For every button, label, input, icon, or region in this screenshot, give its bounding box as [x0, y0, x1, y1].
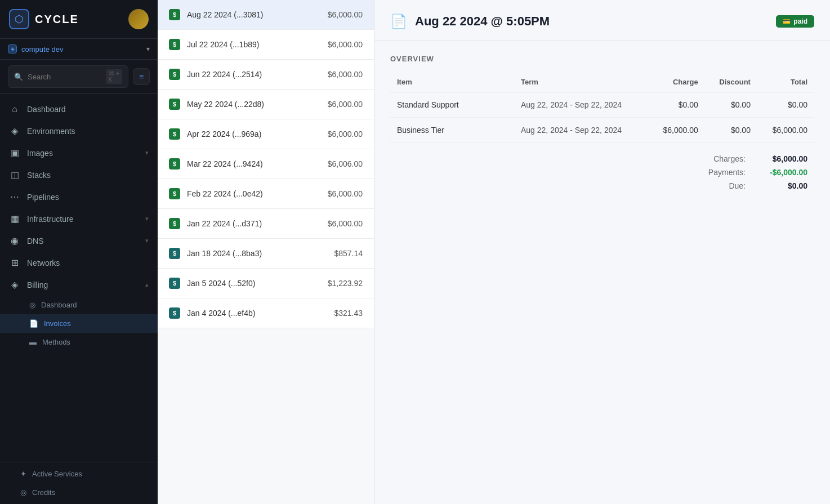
col-header-charge: Charge — [648, 73, 705, 92]
nav-label-networks: Networks — [27, 258, 149, 267]
invoice-list-item[interactable]: $ Jan 5 2024 (...52f0) $1,223.92 — [158, 269, 374, 298]
invoice-type-icon: $ — [169, 188, 180, 199]
invoice-name: Apr 22 2024 (...969a) — [187, 130, 321, 139]
invoice-amount: $6,000.00 — [328, 100, 363, 109]
col-header-total: Total — [757, 73, 814, 92]
sidebar-header: ⬡ CYCLE — [0, 0, 158, 39]
charges-row: Charges: $6,000.00 — [713, 154, 807, 163]
networks-icon: ⊞ — [9, 257, 20, 268]
nav-label-pipelines: Pipelines — [27, 193, 149, 202]
invoice-list-item[interactable]: $ Apr 22 2024 (...969a) $6,000.00 — [158, 119, 374, 149]
sidebar-item-methods[interactable]: ▬ Methods — [0, 333, 158, 351]
logo-area: ⬡ CYCLE — [9, 9, 79, 29]
payments-value: -$6,000.00 — [757, 168, 807, 177]
app-title: CYCLE — [35, 13, 79, 26]
pipelines-icon: ⋯ — [9, 191, 20, 202]
paid-badge-label: paid — [793, 17, 807, 25]
cell-total: $0.00 — [757, 92, 814, 118]
sidebar-item-credits[interactable]: ◎ Credits — [0, 483, 158, 502]
stacks-icon: ◫ — [9, 170, 20, 180]
invoice-list-item[interactable]: $ Jan 4 2024 (...ef4b) $321.43 — [158, 298, 374, 328]
methods-icon: ▬ — [29, 338, 37, 346]
detail-body: OVERVIEW Item Term Charge Discount Total… — [374, 41, 830, 204]
invoice-list-item[interactable]: $ Jul 22 2024 (...1b89) $6,000.00 — [158, 30, 374, 60]
infrastructure-chevron-icon: ▾ — [145, 215, 149, 222]
workspace-icon: ◈ — [8, 44, 17, 53]
invoices-icon: 📄 — [29, 319, 38, 328]
main-content: $ Aug 22 2024 (...3081) $6,000.00 $ Jul … — [158, 0, 830, 504]
invoice-name: Jan 22 2024 (...d371) — [187, 219, 321, 228]
nav-label-credits: Credits — [32, 488, 55, 497]
invoice-amount: $321.43 — [334, 309, 363, 318]
credits-icon: ◎ — [20, 488, 26, 497]
invoice-list: $ Aug 22 2024 (...3081) $6,000.00 $ Jul … — [158, 0, 374, 504]
overview-table: Item Term Charge Discount Total Standard… — [390, 73, 814, 143]
nav-label-infrastructure: Infrastructure — [27, 215, 139, 224]
billing-chevron-icon: ▴ — [145, 281, 149, 288]
dashboard-icon: ⌂ — [9, 104, 20, 114]
sidebar-item-invoices[interactable]: 📄 Invoices — [0, 314, 158, 333]
workspace-selector[interactable]: ◈ compute dev ▾ — [0, 39, 158, 60]
invoice-list-item[interactable]: $ Jun 22 2024 (...2514) $6,000.00 — [158, 60, 374, 90]
sidebar-item-pipelines[interactable]: ⋯ Pipelines — [0, 186, 158, 208]
sidebar-item-stacks[interactable]: ◫ Stacks — [0, 164, 158, 186]
billing-dashboard-icon: ◎ — [29, 301, 35, 309]
sidebar-item-infrastructure[interactable]: ▦ Infrastructure ▾ — [0, 208, 158, 230]
workspace-name: ◈ compute dev — [8, 44, 63, 53]
invoice-list-item[interactable]: $ Jan 18 2024 (...8ba3) $857.14 — [158, 239, 374, 269]
nav-label-billing-dashboard: Dashboard — [41, 301, 77, 309]
invoice-type-icon: $ — [169, 128, 180, 140]
sidebar-item-billing[interactable]: ◈ Billing ▴ — [0, 274, 158, 296]
cell-term: Aug 22, 2024 - Sep 22, 2024 — [514, 92, 648, 118]
filter-button[interactable]: ≡ — [133, 68, 150, 85]
detail-title: Aug 22 2024 @ 5:05PM — [415, 14, 768, 29]
invoice-list-item[interactable]: $ Aug 22 2024 (...3081) $6,000.00 — [158, 0, 374, 30]
sidebar-item-active-services[interactable]: ✦ Active Services — [0, 465, 158, 483]
invoice-list-item[interactable]: $ Jan 22 2024 (...d371) $6,000.00 — [158, 209, 374, 239]
logo-icon: ⬡ — [9, 9, 29, 29]
cell-item: Business Tier — [390, 118, 514, 143]
sidebar-item-images[interactable]: ▣ Images ▾ — [0, 142, 158, 164]
nav-label-active-services: Active Services — [32, 470, 82, 478]
sidebar-item-networks[interactable]: ⊞ Networks — [0, 252, 158, 274]
sidebar-item-dns[interactable]: ◉ DNS ▾ — [0, 230, 158, 252]
sidebar-item-dashboard[interactable]: ⌂ Dashboard — [0, 99, 158, 120]
paid-badge: 💳 paid — [776, 15, 814, 28]
payments-label: Payments: — [708, 168, 746, 177]
invoice-amount: $1,223.92 — [328, 279, 363, 288]
sidebar-item-billing-dashboard[interactable]: ◎ Dashboard — [0, 296, 158, 314]
search-bar: 🔍 ⌘ + K ≡ — [0, 60, 158, 94]
invoice-name: Aug 22 2024 (...3081) — [187, 10, 321, 19]
invoice-type-icon: $ — [169, 248, 180, 259]
nav-items: ⌂ Dashboard ◈ Environments ▣ Images ▾ ◫ … — [0, 94, 158, 462]
nav-label-dns: DNS — [27, 237, 139, 246]
invoice-list-item[interactable]: $ Mar 22 2024 (...9424) $6,006.00 — [158, 149, 374, 179]
invoice-name: Mar 22 2024 (...9424) — [187, 159, 321, 168]
nav-label-billing: Billing — [27, 280, 139, 289]
invoice-amount: $6,006.00 — [328, 159, 363, 168]
invoice-list-item[interactable]: $ May 22 2024 (...22d8) $6,000.00 — [158, 90, 374, 119]
due-row: Due: $0.00 — [729, 181, 807, 190]
invoice-amount: $6,000.00 — [328, 130, 363, 139]
search-input[interactable] — [28, 73, 101, 81]
invoice-name: Jan 5 2024 (...52f0) — [187, 279, 321, 288]
detail-header: 📄 Aug 22 2024 @ 5:05PM 💳 paid — [374, 0, 830, 41]
images-icon: ▣ — [9, 148, 20, 158]
dns-chevron-icon: ▾ — [145, 237, 149, 244]
invoice-name: May 22 2024 (...22d8) — [187, 100, 321, 109]
cell-item: Standard Support — [390, 92, 514, 118]
due-label: Due: — [729, 181, 746, 190]
invoice-type-icon: $ — [169, 158, 180, 170]
sidebar-item-environments[interactable]: ◈ Environments — [0, 120, 158, 142]
invoice-name: Jan 4 2024 (...ef4b) — [187, 309, 327, 318]
search-wrapper[interactable]: 🔍 ⌘ + K — [8, 65, 128, 88]
invoice-name: Jan 18 2024 (...8ba3) — [187, 249, 327, 258]
cell-charge: $0.00 — [648, 92, 705, 118]
nav-label-methods: Methods — [42, 338, 70, 346]
avatar-image — [128, 9, 149, 29]
col-header-term: Term — [514, 73, 648, 92]
invoice-list-item[interactable]: $ Feb 22 2024 (...0e42) $6,000.00 — [158, 179, 374, 209]
invoice-amount: $6,000.00 — [328, 40, 363, 49]
invoice-type-icon: $ — [169, 99, 180, 110]
avatar[interactable] — [128, 9, 149, 29]
